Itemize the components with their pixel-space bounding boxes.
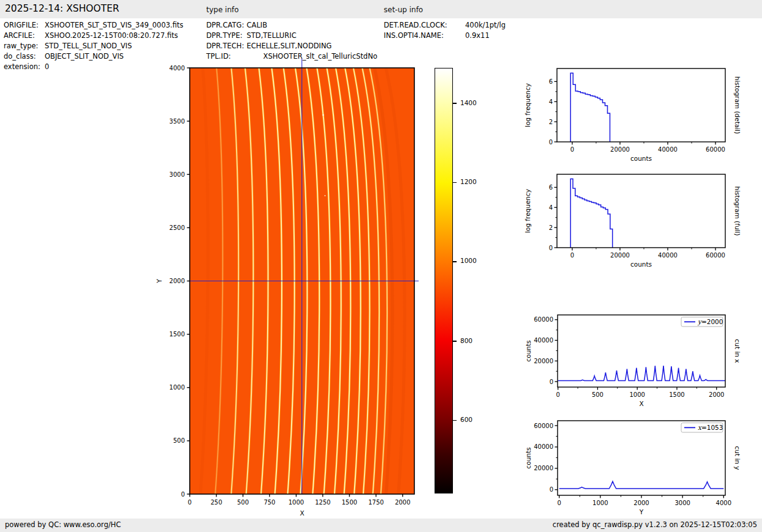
meta-label: DPR.CATG: <box>206 20 247 31</box>
svg-text:3000: 3000 <box>170 171 185 178</box>
y-ticks: 0200004000060000counts <box>525 316 558 385</box>
svg-text:60000: 60000 <box>706 252 725 259</box>
x-axis-label: counts <box>630 155 652 162</box>
y-axis-label: log frequency <box>524 83 531 127</box>
meta-row: extension:0 <box>4 62 183 72</box>
histogram-detail-plot: 0200004000060000counts0246log frequencyh… <box>557 68 725 142</box>
svg-text:60000: 60000 <box>534 423 553 429</box>
svg-text:1500: 1500 <box>170 331 185 338</box>
x-ticks: 025050075010001250150017502000X <box>188 494 411 517</box>
meta-label: do_class: <box>4 51 45 62</box>
meta-value: 400k/1pt/lg <box>465 21 506 29</box>
svg-text:500: 500 <box>237 499 248 506</box>
svg-text:2000: 2000 <box>170 278 185 284</box>
svg-text:1000: 1000 <box>629 391 644 398</box>
meta-value: XSHOOTER_slt_cal_TelluricStdNo <box>263 52 378 61</box>
svg-text:4: 4 <box>549 204 553 211</box>
meta-value: 0 <box>45 62 49 71</box>
meta-label: INS.OPTI4.NAME: <box>384 31 465 41</box>
x-axis-label: X <box>639 400 643 407</box>
svg-text:0: 0 <box>570 252 574 259</box>
svg-text:1000: 1000 <box>288 499 304 506</box>
footer-created-by: created by qc_rawdisp.py v1.2.3 on 2025-… <box>553 520 757 529</box>
plot-frame <box>557 68 725 142</box>
svg-text:0: 0 <box>550 379 553 385</box>
meta-row: raw_type:STD_TELL_SLIT_NOD_VIS <box>4 41 183 51</box>
meta-value: STD,TELLURIC <box>247 31 296 40</box>
colorbar-tick-label: 800 <box>460 337 473 344</box>
svg-text:40000: 40000 <box>534 443 553 450</box>
svg-text:20000: 20000 <box>610 252 630 259</box>
svg-text:40000: 40000 <box>658 252 678 259</box>
raw-frame-image-plot: 025050075010001250150017502000X050010001… <box>190 68 414 494</box>
cut-in-x-plot: 0500100015002000X0200004000060000countsc… <box>558 315 725 387</box>
meta-row: ARCFILE:XSHOO.2025-12-15T00:08:20.727.fi… <box>4 31 183 41</box>
colorbar-tick <box>453 182 457 183</box>
setup-info-block: DET.READ.CLOCK:400k/1pt/lgINS.OPTI4.NAME… <box>384 20 506 41</box>
footer-powered-by: powered by QC: www.eso.org/HC <box>5 520 121 529</box>
svg-text:0: 0 <box>556 391 559 398</box>
data-series-line <box>570 179 613 248</box>
svg-text:750: 750 <box>264 499 275 506</box>
x-axis-label: counts <box>630 260 652 268</box>
right-side-label: histogram (detail) <box>734 76 741 134</box>
y-axis-label: Y <box>155 279 163 284</box>
colorbar: 140012001000800600 <box>435 68 514 493</box>
page-title: 2025-12-14: XSHOOTER <box>5 3 119 14</box>
right-side-label: cut in y <box>734 446 741 470</box>
svg-text:1500: 1500 <box>342 499 357 506</box>
footer-band: powered by QC: www.eso.org/HC created by… <box>0 519 762 532</box>
svg-text:60000: 60000 <box>706 146 725 153</box>
y-axis-label: counts <box>525 340 532 361</box>
meta-value: XSHOOTER_SLT_STD_VIS_349_0003.fits <box>45 21 183 29</box>
svg-text:0: 0 <box>549 139 553 146</box>
svg-text:6: 6 <box>549 78 553 85</box>
meta-value: CALIB <box>247 21 267 29</box>
y-ticks: 0246log frequency <box>524 184 557 251</box>
type-info-heading: type info <box>206 6 239 14</box>
x-axis-label: X <box>300 509 304 517</box>
svg-text:500: 500 <box>173 437 185 444</box>
header-band: 2025-12-14: XSHOOTER type info set-up in… <box>0 0 762 18</box>
setup-info-heading: set-up info <box>384 6 423 14</box>
colorbar-tick <box>453 341 457 342</box>
meta-value: XSHOO.2025-12-15T00:08:20.727.fits <box>45 31 178 40</box>
svg-text:0: 0 <box>570 146 574 153</box>
svg-text:2000: 2000 <box>395 499 410 506</box>
data-series-line <box>570 73 610 142</box>
meta-row: INS.OPTI4.NAME:0.9x11 <box>384 31 506 41</box>
colorbar-tick <box>453 420 457 421</box>
legend: y=2000 <box>681 317 723 327</box>
svg-text:60000: 60000 <box>534 316 553 323</box>
meta-row: DPR.TECH:ECHELLE,SLIT,NODDING <box>206 41 378 51</box>
y-axis-label: log frequency <box>524 189 531 233</box>
svg-text:0: 0 <box>188 499 192 506</box>
legend-label: y=2000 <box>697 318 723 326</box>
data-series-line <box>559 481 724 489</box>
svg-text:1000: 1000 <box>592 500 608 506</box>
file-info-block: ORIGFILE:XSHOOTER_SLT_STD_VIS_349_0003.f… <box>4 20 183 72</box>
meta-value: OBJECT_SLIT_NOD_VIS <box>45 52 124 61</box>
meta-label: DPR.TECH: <box>206 41 247 51</box>
x-ticks: 0500100015002000X <box>556 387 724 407</box>
x-axis-label: Y <box>639 508 644 515</box>
meta-label: ARCFILE: <box>4 31 45 41</box>
svg-text:0: 0 <box>549 245 553 251</box>
svg-text:3500: 3500 <box>170 118 185 125</box>
svg-text:1750: 1750 <box>368 499 384 506</box>
meta-label: DET.READ.CLOCK: <box>384 20 465 31</box>
meta-row: do_class:OBJECT_SLIT_NOD_VIS <box>4 51 183 62</box>
meta-label: TPL.ID: <box>206 51 247 62</box>
y-axis-label: counts <box>525 447 532 468</box>
svg-text:6: 6 <box>549 184 553 191</box>
svg-text:20000: 20000 <box>534 465 553 471</box>
colorbar-tick-label: 600 <box>460 416 473 423</box>
cut-in-y-plot: 01000200030004000Y0200004000060000counts… <box>558 421 725 495</box>
legend-label: x=1053 <box>698 424 723 431</box>
svg-text:4000: 4000 <box>170 65 185 72</box>
y-ticks: 05001000150020002500300035004000Y <box>155 65 190 498</box>
svg-text:20000: 20000 <box>534 358 553 364</box>
svg-text:40000: 40000 <box>658 146 678 153</box>
meta-label: ORIGFILE: <box>4 20 45 31</box>
svg-text:500: 500 <box>592 391 603 398</box>
